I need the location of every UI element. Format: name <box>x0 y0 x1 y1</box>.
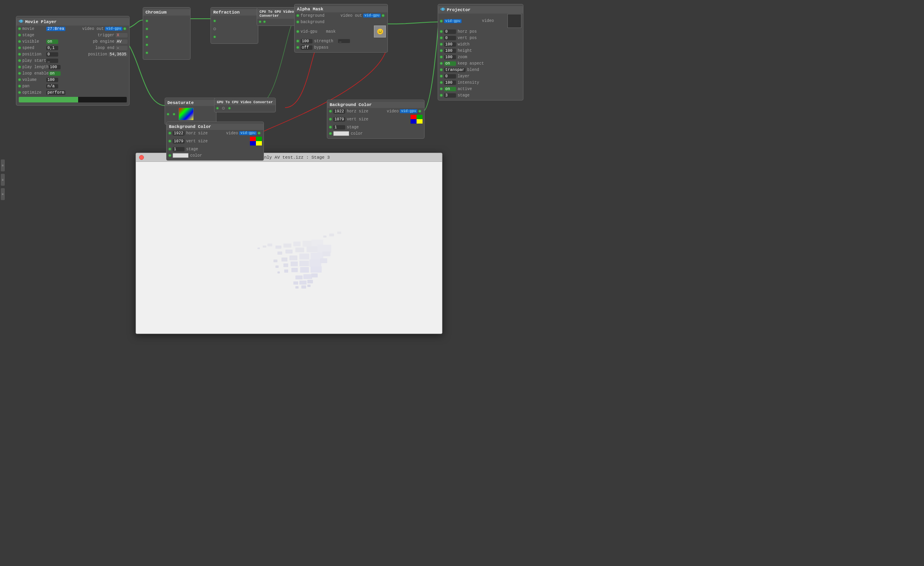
port-movie[interactable] <box>18 27 21 30</box>
chromium-port-5[interactable] <box>145 51 148 54</box>
bg-color-top-color-swatch[interactable] <box>333 131 349 136</box>
movie-player-play-length-row[interactable]: play length 100 <box>16 64 129 70</box>
refraction-port-1[interactable] <box>213 20 216 22</box>
movie-player-play-start-row[interactable]: play start _ <box>16 57 129 64</box>
projector-layer-row[interactable]: 0 layer <box>438 73 523 79</box>
projector-intensity-row[interactable]: 100 intensity <box>438 79 523 86</box>
port-play-start[interactable] <box>18 59 21 62</box>
alpha-mask-output-port[interactable] <box>381 14 385 17</box>
alpha-mask-bypass-port[interactable] <box>296 46 299 49</box>
bg-color-bottom-color-port[interactable] <box>168 154 171 157</box>
projector-stage-row[interactable]: 3 stage <box>438 92 523 98</box>
bg-color-top-title: Background Color <box>327 102 424 108</box>
movie-player-position-row[interactable]: position 0 position 54,3635 <box>16 51 129 57</box>
port-play-length[interactable] <box>18 65 21 69</box>
chromium-port-4[interactable] <box>145 43 148 46</box>
cpu-to-gpu-in-port[interactable] <box>259 20 261 23</box>
panel-icon-2[interactable]: ≡ <box>1 174 5 186</box>
bg-color-top-out-port[interactable] <box>418 110 421 113</box>
projector-keep-aspect-port[interactable] <box>440 62 443 65</box>
projector-horz-port[interactable] <box>440 30 443 33</box>
movie-player-speed-row[interactable]: speed 0,1 loop end - <box>16 45 129 51</box>
chromium-node: Chromium <box>143 7 191 60</box>
port-speed[interactable] <box>18 46 21 49</box>
bg-color-top-horz-row[interactable]: 1922 horz size video vid-gpu <box>327 108 424 114</box>
projector-blend-row[interactable]: transpar blend <box>438 67 523 73</box>
bg-color-top-vert-port[interactable] <box>329 118 332 121</box>
projector-height-port[interactable] <box>440 49 443 52</box>
panel-icon-1[interactable]: ≡ <box>1 159 5 171</box>
projector-width-port[interactable] <box>440 43 443 46</box>
svg-rect-38 <box>337 232 341 234</box>
projector-zoom-port[interactable] <box>440 55 443 59</box>
gpu-to-cpu-in-port[interactable] <box>216 107 219 110</box>
movie-player-volume-row[interactable]: volume 100 <box>16 77 129 83</box>
projector-vert-port[interactable] <box>440 36 443 39</box>
gpu-to-cpu-mid-port[interactable] <box>222 107 225 110</box>
progress-bar[interactable] <box>19 97 127 102</box>
projector-active-row[interactable]: on active <box>438 86 523 92</box>
bg-color-bottom-stage-row[interactable]: 1 stage <box>167 146 263 152</box>
projector-height-row[interactable]: 100 height <box>438 47 523 54</box>
movie-player-stage-row[interactable]: stage trigger X <box>16 32 129 38</box>
bg-color-bottom-color-row[interactable]: color <box>167 152 263 159</box>
movie-player-visible-row[interactable]: visible on pb engine AV <box>16 38 129 45</box>
refraction-port-3[interactable] <box>213 35 216 38</box>
bg-color-top-color-port[interactable] <box>329 132 332 135</box>
gpu-to-cpu-out-port[interactable] <box>228 107 231 110</box>
projector-intensity-port[interactable] <box>440 81 443 84</box>
stage-close-button[interactable] <box>139 155 144 160</box>
desaturate-mid-port[interactable] <box>173 113 175 116</box>
movie-player-movie-row[interactable]: movie 27:Brea video out vid-gpu <box>16 26 129 32</box>
bg-color-top-stage-row[interactable]: 1 stage <box>327 124 424 130</box>
alpha-mask-background-port[interactable] <box>296 20 299 24</box>
svg-rect-10 <box>273 259 277 262</box>
bg-color-bottom-color-swatch[interactable] <box>173 153 189 158</box>
alpha-mask-strength-port[interactable] <box>296 39 299 43</box>
alpha-mask-bypass-row[interactable]: off bypass <box>295 44 387 51</box>
port-pan[interactable] <box>18 85 21 88</box>
refraction-port-2[interactable] <box>213 28 216 30</box>
projector-input-port[interactable] <box>440 20 443 23</box>
bg-color-bottom-vert-row[interactable]: 1079 vert size <box>167 136 263 146</box>
port-visible[interactable] <box>18 40 21 43</box>
movie-player-loop-enable-row[interactable]: loop enable on <box>16 70 129 77</box>
alpha-mask-strength-row[interactable]: 100 strength _ <box>295 38 387 44</box>
projector-zoom-row[interactable]: 100 zoom <box>438 54 523 60</box>
panel-icon-3[interactable]: ≡ <box>1 188 5 200</box>
bg-color-bottom-horz-row[interactable]: 1922 horz size video vid-gpu <box>167 130 263 136</box>
bg-color-bottom-vert-port[interactable] <box>168 140 171 143</box>
svg-rect-19 <box>299 261 309 266</box>
bg-color-top-stage-port[interactable] <box>329 126 332 129</box>
projector-stage-port[interactable] <box>440 94 443 97</box>
projector-blend-port[interactable] <box>440 68 443 71</box>
output-port-vidgpu[interactable] <box>123 27 126 30</box>
bg-color-bottom-horz-port[interactable] <box>168 132 171 135</box>
bg-color-top-horz-port[interactable] <box>329 110 332 113</box>
chromium-port-1[interactable] <box>145 20 148 22</box>
projector-vert-pos-row[interactable]: 0 vert pos <box>438 35 523 41</box>
port-position[interactable] <box>18 53 21 56</box>
chromium-port-2[interactable] <box>145 28 148 30</box>
bg-color-bottom-out-port[interactable] <box>258 132 261 135</box>
bg-color-bottom-stage-port[interactable] <box>168 147 171 151</box>
port-optimize[interactable] <box>18 91 21 94</box>
projector-active-port[interactable] <box>440 87 443 90</box>
port-loop-enable[interactable] <box>18 72 21 75</box>
port-volume[interactable] <box>18 78 21 81</box>
alpha-mask-mask-port[interactable] <box>296 30 299 33</box>
chromium-port-3[interactable] <box>145 35 148 38</box>
movie-player-optimize-row[interactable]: optimize perform <box>16 89 129 96</box>
projector-keep-aspect-row[interactable]: on keep aspect <box>438 60 523 67</box>
left-panel-strip: ≡ ≡ ≡ <box>1 159 5 200</box>
projector-width-row[interactable]: 100 width <box>438 41 523 47</box>
port-stage[interactable] <box>18 33 21 37</box>
alpha-mask-foreground-port[interactable] <box>296 14 299 17</box>
desaturate-in-port[interactable] <box>167 113 169 116</box>
projector-layer-port[interactable] <box>440 75 443 78</box>
movie-player-pan-row[interactable]: pan n/a <box>16 83 129 89</box>
bg-color-top-vert-row[interactable]: 1079 vert size <box>327 114 424 124</box>
cpu-to-gpu-out-port[interactable] <box>263 20 266 23</box>
projector-horz-pos-row[interactable]: 0 horz pos <box>438 28 523 35</box>
bg-color-top-color-row[interactable]: color <box>327 130 424 137</box>
